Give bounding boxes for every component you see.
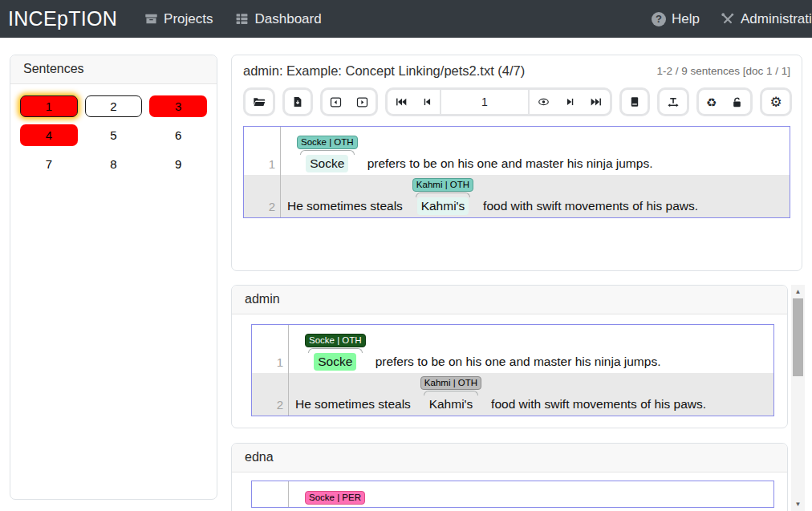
export-document-icon bbox=[292, 95, 303, 108]
sentence-row-1: 1 Socke | OTH Socke prefers to be on his… bbox=[244, 127, 790, 175]
export-document-button[interactable] bbox=[285, 90, 311, 114]
sentence-text[interactable]: prefers to be on his one and master his … bbox=[367, 156, 653, 170]
focus-button[interactable] bbox=[530, 90, 558, 114]
scroll-up-icon[interactable]: ▲ bbox=[791, 286, 805, 298]
sentence-text[interactable]: He sometimes steals bbox=[295, 397, 411, 411]
next-page-icon bbox=[565, 96, 575, 107]
first-page-button[interactable] bbox=[388, 90, 415, 114]
archive-box-icon bbox=[144, 12, 158, 26]
line-number: 2 bbox=[244, 175, 281, 217]
unlock-button[interactable] bbox=[724, 90, 750, 114]
prev-document-icon bbox=[330, 96, 342, 108]
fit-width-icon bbox=[667, 96, 680, 108]
annotated-word[interactable]: Kahmi's bbox=[417, 197, 469, 215]
sentence-button-6[interactable]: 6 bbox=[149, 124, 207, 146]
scroll-down-icon[interactable]: ▼ bbox=[791, 498, 805, 510]
unlock-icon bbox=[731, 96, 743, 108]
nav-dashboard[interactable]: Dashboard bbox=[235, 11, 321, 27]
last-page-button[interactable] bbox=[583, 90, 610, 114]
settings-gear-icon: ⚙ bbox=[769, 95, 782, 109]
sentence-button-8[interactable]: 8 bbox=[85, 153, 143, 175]
annotation-span-socke[interactable]: Socke | OTH Socke bbox=[297, 136, 358, 172]
app-brand[interactable]: INCEpTION bbox=[8, 7, 117, 30]
annotation-span-socke[interactable]: Socke | OTH Socke bbox=[305, 334, 366, 371]
sentence-text[interactable]: He sometimes steals bbox=[287, 199, 403, 213]
sentence-row-1: 1 Socke | OTH Socke prefers to be on his… bbox=[252, 325, 773, 373]
sentence-row-1: Socke | PER bbox=[252, 481, 773, 507]
first-page-icon bbox=[395, 96, 408, 107]
nav-administration-label: Administration bbox=[741, 11, 812, 27]
line-number: 1 bbox=[244, 127, 281, 175]
grid-icon bbox=[235, 12, 249, 26]
sentence-button-9[interactable]: 9 bbox=[149, 153, 207, 175]
sentence-button-1[interactable]: 1 bbox=[20, 95, 78, 117]
last-page-icon bbox=[590, 96, 603, 107]
journal-button[interactable] bbox=[622, 90, 648, 114]
annotator-card-edna: edna Socke | PER bbox=[231, 443, 788, 511]
annotation-toolbar: ♻ ⚙ bbox=[243, 87, 790, 116]
sentence-button-7[interactable]: 7 bbox=[20, 153, 78, 175]
nav-help-label: Help bbox=[672, 11, 700, 27]
recycle-icon: ♻ bbox=[706, 96, 717, 108]
line-number: 1 bbox=[252, 325, 289, 373]
annotation-label[interactable]: Socke | OTH bbox=[297, 136, 358, 149]
sentence-text[interactable]: food with swift movements of his paws. bbox=[491, 397, 706, 411]
annotated-word[interactable]: Kahmi's bbox=[425, 395, 477, 413]
sentence-range-info: 1-2 / 9 sentences [doc 1 / 1] bbox=[656, 65, 790, 77]
sentences-panel-title: Sentences bbox=[10, 55, 217, 84]
prev-page-icon bbox=[422, 96, 432, 107]
annotation-label[interactable]: Socke | OTH bbox=[305, 334, 366, 347]
next-document-icon bbox=[356, 96, 368, 108]
sentence-row-2: 2 He sometimes steals Kahmi | OTH Kahmi'… bbox=[244, 175, 790, 217]
sentence-button-2[interactable]: 2 bbox=[85, 95, 143, 117]
open-document-icon bbox=[253, 95, 266, 108]
curation-card: admin: Example: Concept Linking/pets2.tx… bbox=[231, 55, 802, 271]
nav-help[interactable]: ? Help bbox=[652, 11, 700, 27]
top-navbar: INCEpTION Projects Dashboard ? Help Admi… bbox=[0, 0, 812, 38]
settings-button[interactable]: ⚙ bbox=[762, 90, 789, 114]
annotator-card-admin: admin 1 Socke | OTH Socke prefers to be … bbox=[231, 285, 788, 428]
sentence-text[interactable]: food with swift movements of his paws. bbox=[483, 199, 698, 213]
annotation-span-kahmi[interactable]: Kahmi | OTH Kahmi's bbox=[412, 178, 473, 215]
sentence-text[interactable]: prefers to be on his one and master his … bbox=[376, 355, 661, 368]
annotation-label[interactable]: Socke | PER bbox=[305, 491, 365, 505]
annotation-span-kahmi[interactable]: Kahmi | OTH Kahmi's bbox=[420, 376, 481, 413]
annotated-word[interactable]: Socke bbox=[306, 155, 348, 172]
line-number: 2 bbox=[252, 373, 289, 416]
sentence-row-2: 2 He sometimes steals Kahmi | OTH Kahmi'… bbox=[252, 373, 773, 416]
recycle-button[interactable]: ♻ bbox=[699, 90, 724, 114]
annotator-name: edna bbox=[232, 444, 787, 472]
annotator-name: admin bbox=[232, 286, 787, 314]
sentence-grid: 1 2 3 4 5 6 7 8 9 bbox=[10, 84, 217, 186]
edna-annotation-panel: Socke | PER bbox=[251, 481, 774, 508]
sentences-panel: Sentences 1 2 3 4 5 6 7 8 9 bbox=[10, 55, 217, 500]
annotation-label[interactable]: Kahmi | OTH bbox=[420, 376, 481, 390]
annotation-span-socke[interactable]: Socke | PER bbox=[305, 491, 365, 505]
page-number-input[interactable] bbox=[440, 90, 530, 114]
nav-projects[interactable]: Projects bbox=[144, 11, 213, 27]
question-circle-icon: ? bbox=[652, 12, 666, 26]
annotated-word[interactable]: Socke bbox=[314, 353, 356, 371]
admin-annotation-panel: 1 Socke | OTH Socke prefers to be on his… bbox=[251, 324, 774, 416]
annotators-scrollbar[interactable]: ▲ ▼ bbox=[791, 285, 805, 511]
nav-dashboard-label: Dashboard bbox=[254, 11, 321, 27]
document-title: admin: Example: Concept Linking/pets2.tx… bbox=[243, 63, 525, 79]
scrollbar-thumb[interactable] bbox=[793, 298, 803, 376]
fit-width-button[interactable] bbox=[660, 90, 687, 114]
open-document-button[interactable] bbox=[246, 90, 273, 114]
curation-annotation-panel: 1 Socke | OTH Socke prefers to be on his… bbox=[243, 126, 790, 218]
annotation-label[interactable]: Kahmi | OTH bbox=[412, 178, 473, 192]
journal-icon bbox=[629, 95, 640, 108]
next-document-button[interactable] bbox=[349, 90, 376, 114]
prev-document-button[interactable] bbox=[323, 90, 349, 114]
next-page-button[interactable] bbox=[558, 90, 583, 114]
sentence-button-5[interactable]: 5 bbox=[85, 124, 143, 146]
nav-projects-label: Projects bbox=[164, 11, 213, 27]
focus-icon bbox=[537, 96, 550, 107]
sentence-button-4[interactable]: 4 bbox=[20, 124, 78, 146]
nav-administration[interactable]: Administration bbox=[721, 11, 812, 27]
sentence-button-3[interactable]: 3 bbox=[149, 95, 207, 117]
tools-icon bbox=[721, 12, 735, 26]
prev-page-button[interactable] bbox=[415, 90, 440, 114]
annotator-panels-container: admin 1 Socke | OTH Socke prefers to be … bbox=[231, 285, 788, 511]
